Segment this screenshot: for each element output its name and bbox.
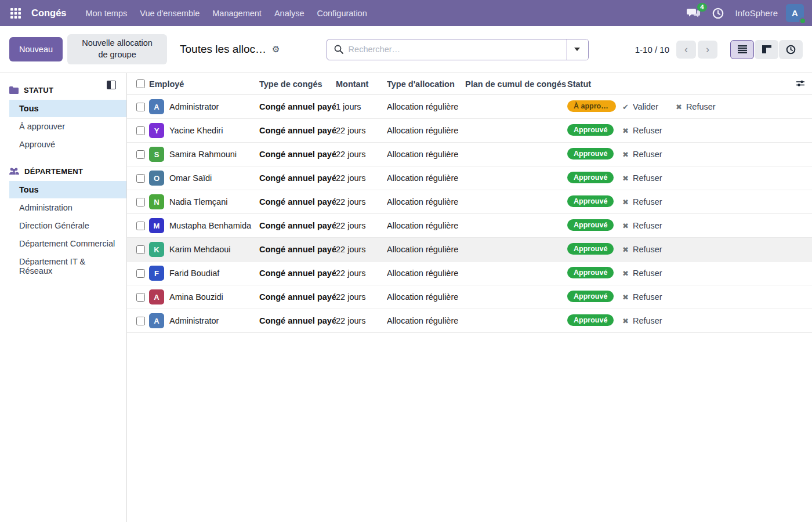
column-header-montant[interactable]: Montant [336,79,387,89]
employee-name[interactable]: Administrator [169,102,219,111]
row-checkbox[interactable] [136,174,145,183]
employee-name[interactable]: Karim Mehdaoui [169,245,231,254]
column-header-type-de-conges[interactable]: Type de congés [259,79,336,89]
sidebar-item-dept-it-reseaux[interactable]: Département IT & Réseaux [0,253,126,280]
table-row[interactable]: FFarid Boudiaf Congé annuel payé 22 jour… [127,262,812,285]
sidebar-item-status-a-approuver[interactable]: À approuver [0,118,126,135]
refuse-button[interactable]: ✖Refuser [622,197,662,206]
table-row[interactable]: KKarim Mehdaoui Congé annuel payé 22 jou… [127,238,812,262]
nav-item-analyse[interactable]: Analyse [268,2,311,25]
nav-item-configuration[interactable]: Configuration [310,2,373,25]
employee-name[interactable]: Samira Rahmouni [169,150,237,159]
new-button[interactable]: Nouveau [9,37,63,61]
status-badge: Approuvé [567,195,614,207]
sidebar-item-status-approuve[interactable]: Approuvé [0,136,126,153]
app-name[interactable]: Congés [31,8,67,19]
column-header-type-allocation[interactable]: Type d'allocation [387,79,465,89]
sidebar-item-dept-direction-generale[interactable]: Direction Générale [0,217,126,234]
employee-name[interactable]: Omar Saïdi [169,173,212,183]
pager-previous-button[interactable]: ‹ [676,41,696,59]
nav-item-vue-densemble[interactable]: Vue d'ensemble [133,2,206,25]
employee-avatar: F [149,266,164,281]
refuse-button[interactable]: ✖Refuser [622,316,662,325]
row-checkbox[interactable] [136,126,145,135]
sidebar-toggle-icon[interactable] [107,81,116,89]
validate-button[interactable]: ✔Valider [622,102,658,111]
row-checkbox[interactable] [136,150,145,159]
column-header-plan-cumul[interactable]: Plan de cumul de congés [465,79,567,89]
select-all-checkbox[interactable] [136,79,145,88]
x-icon: ✖ [622,317,629,325]
company-name[interactable]: InfoSphere [735,8,778,18]
leave-type: Congé annuel payé [259,102,336,111]
employee-name[interactable]: Mustapha Benhamida [169,221,251,230]
column-header-employe[interactable]: Employé [149,79,259,89]
table-row[interactable]: SSamira Rahmouni Congé annuel payé 22 jo… [127,143,812,166]
employee-name[interactable]: Amina Bouzidi [169,292,223,302]
refuse-button[interactable]: ✖Refuser [622,126,662,135]
table-row[interactable]: OOmar Saïdi Congé annuel payé 22 jours A… [127,166,812,190]
activity-view-button[interactable] [779,40,803,59]
refuse-button[interactable]: ✖Refuser [622,173,662,183]
table-row[interactable]: AAmina Bouzidi Congé annuel payé 22 jour… [127,285,812,309]
pager-next-button[interactable]: › [698,41,717,59]
allocation-type: Allocation régulière [387,102,465,111]
row-checkbox[interactable] [136,245,145,254]
adjust-columns-icon[interactable] [796,79,805,90]
leave-type: Congé annuel payé [259,292,336,302]
column-header-statut[interactable]: Statut [567,79,622,89]
user-avatar[interactable]: A [786,4,804,22]
refuse-button[interactable]: ✖Refuser [622,221,662,230]
refuse-button[interactable]: ✖Refuser [622,245,662,254]
employee-avatar: A [149,313,164,328]
sidebar-item-status-tous[interactable]: Tous [9,100,126,117]
nav-item-mon-temps[interactable]: Mon temps [79,2,134,25]
list-view-button[interactable] [730,40,754,59]
sidebar-item-dept-administration[interactable]: Administration [0,199,126,216]
employee-name[interactable]: Nadia Tlemçani [169,197,227,206]
row-checkbox[interactable] [136,222,145,230]
table-row[interactable]: NNadia Tlemçani Congé annuel payé 22 jou… [127,190,812,214]
allocation-type: Allocation régulière [387,292,465,302]
refuse-button[interactable]: ✖Refuser [622,292,662,302]
messages-button[interactable]: 4 [681,4,706,23]
table-row[interactable]: MMustapha Benhamida Congé annuel payé 22… [127,214,812,238]
employee-name[interactable]: Administrator [169,316,219,325]
row-checkbox[interactable] [136,198,145,206]
refuse-button[interactable]: ✖Refuser [622,269,662,278]
employee-avatar: N [149,194,164,209]
department-section-header: DÉPARTEMENT [0,162,126,180]
employee-avatar: A [149,99,164,114]
search-filters-toggle[interactable] [566,39,588,60]
row-checkbox[interactable] [136,293,145,302]
table-row[interactable]: A Administrator Congé annuel payé 1 jour… [127,95,812,119]
sidebar-item-dept-tous[interactable]: Tous [9,181,126,198]
new-group-allocation-button[interactable]: Nouvelle allocation de groupe [67,34,167,64]
search-input[interactable] [349,39,566,60]
row-checkbox[interactable] [136,103,145,111]
row-checkbox[interactable] [136,317,145,325]
table-row[interactable]: YYacine Khediri Congé annuel payé 22 jou… [127,119,812,143]
nav-item-management[interactable]: Management [206,2,268,25]
sidebar-item-dept-commercial[interactable]: Département Commercial [0,235,126,252]
gear-icon[interactable]: ⚙ [272,44,280,55]
row-checkbox[interactable] [136,269,145,278]
employee-name[interactable]: Yacine Khediri [169,126,223,135]
leave-type: Congé annuel payé [259,245,336,254]
kanban-view-button[interactable] [755,40,778,59]
top-navbar: Congés Mon temps Vue d'ensemble Manageme… [0,0,812,26]
activities-button[interactable] [706,4,730,23]
apps-grid-icon[interactable] [8,6,23,21]
refuse-button[interactable]: ✖Refuser [676,102,716,111]
status-badge: Approuvé [567,243,614,255]
list-icon [738,45,747,53]
allocation-type: Allocation régulière [387,126,465,135]
leave-type: Congé annuel payé [259,197,336,206]
online-status-dot [799,17,806,24]
employee-name[interactable]: Farid Boudiaf [169,269,219,278]
status-badge: Approuvé [567,219,614,231]
refuse-button[interactable]: ✖Refuser [622,150,662,159]
pager-range: 1-10 / 10 [635,45,669,55]
status-badge: Approuvé [567,172,614,183]
table-row[interactable]: AAdministrator Congé annuel payé 22 jour… [127,309,812,333]
